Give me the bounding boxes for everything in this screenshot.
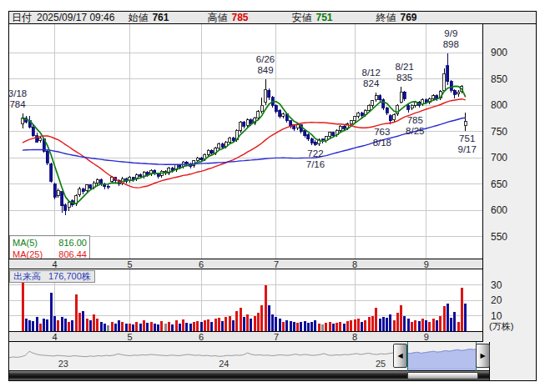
volume-value: 176,700株 <box>48 271 91 282</box>
page: 日付 2025/09/17 09:46 始値 761 高値 785 安値 751… <box>0 0 545 392</box>
high-value: 785 <box>231 12 248 23</box>
axis-label-panel: 900850800750700650600550302010(万株) <box>482 24 536 342</box>
volume-title: 出来高 <box>13 271 41 282</box>
month-label-9: 9 <box>424 259 429 269</box>
left-arrow-icon: ◀ <box>397 352 402 359</box>
scrollbar-thumb[interactable] <box>407 372 478 379</box>
annotation-8-18: 7638/18 <box>373 127 391 148</box>
month-label-7: 7 <box>274 259 279 269</box>
low-value: 751 <box>315 12 332 23</box>
navigator-canvas <box>9 342 490 371</box>
month-label-7: 7 <box>274 332 279 342</box>
month-label-5: 5 <box>127 332 132 342</box>
horizontal-scrollbar[interactable] <box>9 371 490 380</box>
annotation-6-26: 6/26849 <box>256 54 275 76</box>
price-tick-750: 750 <box>491 126 507 138</box>
nav-year-25: 25 <box>376 359 386 369</box>
right-arrow-icon: ▶ <box>480 352 485 359</box>
annotation-8-25: 7858/25 <box>406 115 424 137</box>
price-tick-550: 550 <box>491 231 507 243</box>
ma-legend-value-0: 816.00 <box>58 237 87 249</box>
navigator-right-handle[interactable]: ▶ <box>476 344 490 368</box>
volume-chart-area[interactable]: 出来高 176,700株 <box>9 269 482 331</box>
volume-unit-label: (万株) <box>489 320 513 333</box>
open-label: 始値 <box>128 12 148 23</box>
date-label: 日付 <box>12 12 32 23</box>
navigator-left-handle[interactable]: ◀ <box>393 344 407 368</box>
price-tick-600: 600 <box>491 204 507 216</box>
annotation-9-17: 7519/17 <box>458 133 477 155</box>
volume-tick-20: 20 <box>491 294 502 306</box>
month-label-9: 9 <box>424 332 429 342</box>
month-label-8: 8 <box>352 332 357 342</box>
ma-legend-row-0: MA(5)816.00 <box>13 237 87 249</box>
annotation-7-16: 7227/16 <box>306 148 325 170</box>
volume-tick-30: 30 <box>491 279 502 291</box>
date-value: 2025/09/17 09:46 <box>37 12 114 23</box>
price-tick-650: 650 <box>491 178 507 190</box>
volume-month-axis: 456789 <box>9 331 482 342</box>
price-tick-800: 800 <box>491 99 507 111</box>
annotation-8-12: 8/12824 <box>362 68 381 89</box>
open-value: 761 <box>152 12 169 23</box>
annotation-8-21: 8/21835 <box>395 62 413 83</box>
month-label-4: 4 <box>53 332 58 342</box>
low-label: 安値 <box>291 12 311 23</box>
volume-readout: 出来高 176,700株 <box>9 270 95 283</box>
close-value: 769 <box>401 12 417 23</box>
annotation-9-9: 9/9898 <box>443 28 459 50</box>
month-label-4: 4 <box>53 259 58 269</box>
annotation-3-18: 3/18784 <box>8 88 27 110</box>
range-navigator[interactable]: ◀ ▶ 232425 <box>9 342 490 371</box>
nav-year-24: 24 <box>219 359 229 369</box>
high-label: 高値 <box>207 12 227 23</box>
month-label-6: 6 <box>199 259 204 269</box>
price-chart-area[interactable]: 3/187846/268497227/168/128247638/188/218… <box>9 24 482 259</box>
nav-year-23: 23 <box>58 359 68 369</box>
price-month-axis: 456789 <box>9 259 482 269</box>
stock-chart-widget: 日付 2025/09/17 09:46 始値 761 高値 785 安値 751… <box>8 11 537 381</box>
price-chart-canvas <box>9 24 482 259</box>
quote-header: 日付 2025/09/17 09:46 始値 761 高値 785 安値 751… <box>9 12 536 24</box>
month-label-8: 8 <box>352 259 357 269</box>
price-tick-700: 700 <box>491 152 507 163</box>
close-label: 終値 <box>376 12 396 23</box>
price-tick-850: 850 <box>491 73 507 85</box>
ma-legend-label-0: MA(5) <box>13 237 38 249</box>
price-tick-900: 900 <box>491 47 507 58</box>
month-label-5: 5 <box>127 259 132 269</box>
month-label-6: 6 <box>199 332 204 342</box>
